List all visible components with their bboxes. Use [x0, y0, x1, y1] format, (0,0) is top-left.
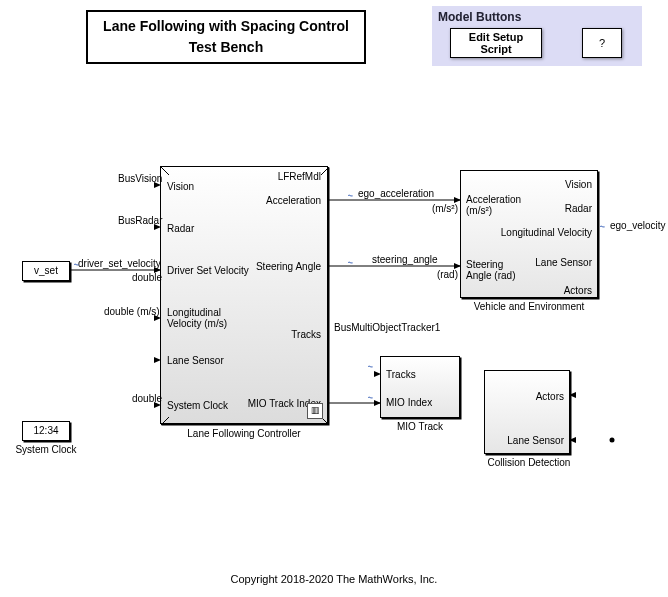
sig-driver-set-velocity: driver_set_velocity [78, 258, 161, 269]
port-veh-out-lane: Lane Sensor [535, 257, 592, 268]
wiring-layer [0, 0, 668, 597]
port-veh-out-vision: Vision [565, 179, 592, 190]
sig-ego-accel: ego_acceleration [358, 188, 434, 199]
log-signal-icon: ⏦ [74, 260, 79, 269]
port-veh-in-steer: Steering Angle (rad) [466, 259, 526, 281]
sig-busradar: BusRadar [118, 215, 158, 226]
sig-ego-velocity: ego_velocity [610, 220, 666, 231]
port-coll-lane: Lane Sensor [507, 435, 564, 446]
port-mio-tracks: Tracks [386, 369, 416, 380]
log-signal-icon: ⏦ [348, 191, 353, 200]
mio-track-block[interactable]: Tracks MIO Index [380, 356, 460, 418]
port-in-vision: Vision [167, 181, 194, 192]
port-veh-out-actors: Actors [564, 285, 592, 296]
sig-busvision: BusVision [118, 173, 158, 184]
vset-constant-block[interactable]: v_set [22, 261, 70, 281]
port-out-steer: Steering Angle [256, 261, 321, 272]
sig-steering: steering_angle [372, 254, 438, 265]
port-mio-index: MIO Index [386, 397, 432, 408]
dtype-double-1: double [132, 272, 158, 283]
port-in-clock: System Clock [167, 400, 228, 411]
log-signal-icon: ⏦ [368, 362, 373, 371]
vehicle-environment-label: Vehicle and Environment [460, 301, 598, 312]
log-signal-icon: ⏦ [600, 222, 605, 231]
port-veh-out-longvel: Longitudinal Velocity [501, 227, 592, 238]
unit-rad: (rad) [432, 269, 458, 280]
unit-ms2: (m/s²) [428, 203, 458, 214]
collision-detection-block[interactable]: Actors Lane Sensor [484, 370, 570, 454]
port-coll-actors: Actors [536, 391, 564, 402]
port-in-longvel: Longitudinal Velocity (m/s) [167, 307, 257, 329]
log-signal-icon: ⏦ [368, 393, 373, 402]
dtype-double-2: double [132, 393, 158, 404]
port-in-driver: Driver Set Velocity [167, 265, 249, 276]
lane-following-controller-block[interactable]: LFRefMdl Vision Radar Driver Set Velocit… [160, 166, 328, 424]
svg-line-6 [321, 167, 329, 175]
port-out-accel: Acceleration [266, 195, 321, 206]
port-veh-in-accel: Acceleration (m/s²) [466, 194, 526, 216]
port-in-lane: Lane Sensor [167, 355, 224, 366]
model-ref-name: LFRefMdl [278, 171, 321, 182]
svg-point-1 [610, 438, 615, 443]
system-clock-block[interactable]: 12:34 [22, 421, 70, 441]
system-clock-label: System Clock [6, 444, 86, 455]
log-signal-icon: ⏦ [348, 258, 353, 267]
lane-following-controller-label: Lane Following Controller [160, 428, 328, 439]
model-ref-badge-icon: ▥ [307, 403, 323, 419]
port-out-tracks: Tracks [291, 329, 321, 340]
collision-detection-label: Collision Detection [474, 457, 584, 468]
vehicle-environment-block[interactable]: Acceleration (m/s²) Steering Angle (rad)… [460, 170, 598, 298]
port-veh-out-radar: Radar [565, 203, 592, 214]
copyright-text: Copyright 2018-2020 The MathWorks, Inc. [0, 573, 668, 585]
sig-bustracker: BusMultiObjectTracker1 [334, 322, 440, 333]
svg-line-5 [161, 167, 169, 175]
dtype-double-ms: double (m/s) [104, 306, 158, 317]
port-in-radar: Radar [167, 223, 194, 234]
svg-line-7 [161, 417, 169, 425]
mio-track-label: MIO Track [380, 421, 460, 432]
